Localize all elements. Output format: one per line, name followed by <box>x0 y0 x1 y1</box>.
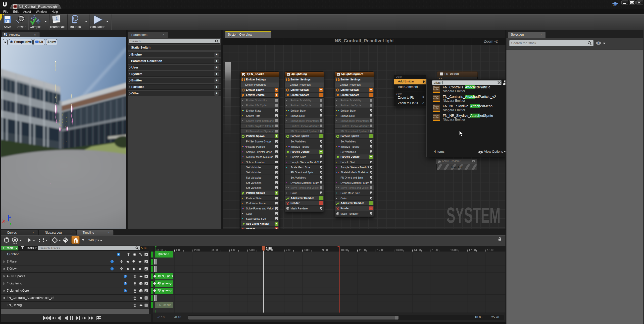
svg-text:17.00: 17.00 <box>469 249 476 252</box>
svg-text:Disabled: Disabled <box>451 166 462 169</box>
svg-text:4.00: 4.00 <box>230 249 236 252</box>
svg-text:11.00: 11.00 <box>359 249 366 252</box>
svg-text:1.00: 1.00 <box>176 249 181 252</box>
svg-text:18.00: 18.00 <box>487 249 494 252</box>
svg-text:13.00: 13.00 <box>396 249 403 252</box>
svg-text:8.00: 8.00 <box>304 249 310 252</box>
svg-text:12.00: 12.00 <box>377 249 384 252</box>
svg-text:5.00: 5.00 <box>249 249 254 252</box>
svg-text:3.00: 3.00 <box>212 249 218 252</box>
svg-text:2.00: 2.00 <box>194 249 200 252</box>
svg-text:Y: Y <box>10 222 12 225</box>
svg-text:10.00: 10.00 <box>340 249 348 252</box>
svg-text:14.00: 14.00 <box>414 249 421 252</box>
svg-text:Z: Z <box>9 215 11 218</box>
svg-text:16.00: 16.00 <box>450 249 458 252</box>
svg-text:9.00: 9.00 <box>322 249 328 252</box>
svg-text:15.00: 15.00 <box>432 249 439 252</box>
svg-text:7.00: 7.00 <box>286 249 291 252</box>
